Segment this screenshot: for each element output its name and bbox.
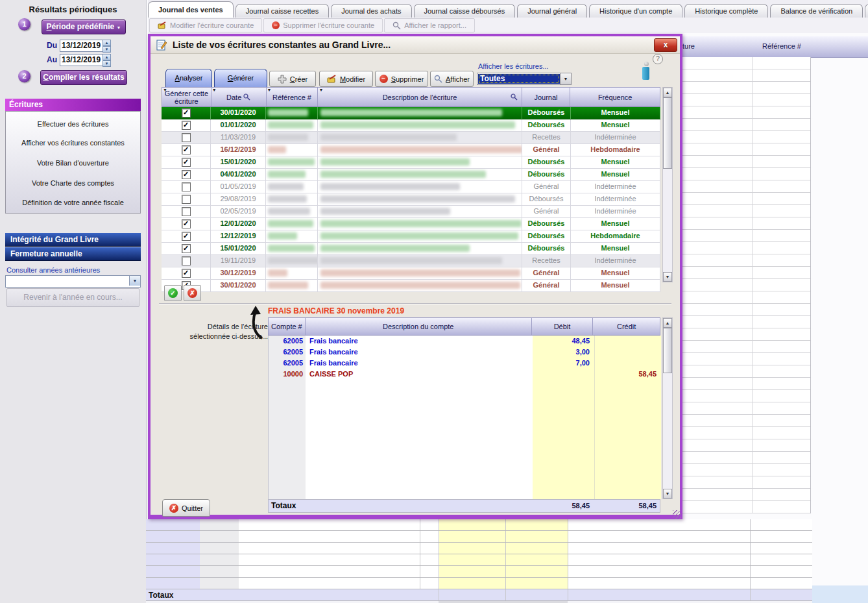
generate-checkbox[interactable]: ✓ — [182, 219, 191, 228]
help-icon[interactable]: ? — [653, 54, 663, 64]
date-from-stepper[interactable]: ▲▼ — [102, 40, 111, 52]
create-button[interactable]: Créer — [269, 71, 316, 87]
generate-checkbox[interactable]: ✓ — [182, 145, 191, 154]
column-frequency[interactable]: Fréquence — [570, 88, 660, 106]
integrite-grand-livre-bar[interactable]: Intégrité du Grand Livre — [5, 233, 141, 247]
scroll-up-icon[interactable]: ▲ — [663, 318, 672, 328]
table-row[interactable]: 11/03/2019RecettesIndéterminée — [162, 132, 660, 144]
column-debit[interactable]: Débit — [532, 318, 594, 335]
column-account[interactable]: Compte # — [269, 318, 306, 335]
predefined-period-button[interactable]: Période prédéfinie ▼ — [42, 19, 126, 34]
date-from-field[interactable]: 13/12/2019 — [60, 40, 105, 52]
detail-row[interactable]: 62005Frais bancaire3,00 — [269, 347, 661, 358]
return-current-year-button[interactable]: Revenir à l'année en cours... — [6, 288, 139, 307]
description-cell — [318, 119, 522, 131]
analyser-tab-button[interactable]: Analyser — [165, 69, 212, 88]
table-row[interactable]: ✓30/01/2020DéboursésMensuel — [162, 107, 660, 119]
generate-checkbox[interactable]: ✓ — [182, 269, 191, 278]
confirm-button[interactable]: ✓ — [164, 285, 182, 301]
generate-checkbox[interactable] — [182, 182, 191, 191]
generate-checkbox[interactable]: ✓ — [182, 108, 191, 117]
scrollbar-thumb[interactable] — [663, 97, 672, 169]
column-account-description[interactable]: Description du compte — [306, 318, 532, 335]
scroll-down-icon[interactable]: ▼ — [663, 489, 672, 498]
show-button[interactable]: Afficher — [430, 71, 474, 87]
table-row[interactable]: 01/05/2019GénéralIndéterminée — [162, 181, 660, 193]
delete-button[interactable]: − Supprimer — [375, 71, 428, 87]
up-arrow-icon[interactable]: ▲ — [102, 54, 111, 60]
table-row[interactable]: ✓16/12/2019GénéralHebdomadaire — [162, 144, 660, 156]
table-row[interactable]: ✓15/01/2020DéboursésMensuel — [162, 156, 660, 169]
sidebar-link-1[interactable]: Effectuer des écritures — [6, 120, 140, 128]
tab-6[interactable]: Historique d'un compte — [589, 4, 682, 18]
table-row[interactable]: ✓30/12/2019GénéralMensuel — [162, 267, 660, 280]
generate-checkbox[interactable]: ✓ — [182, 232, 191, 241]
filter-dropdown[interactable]: Toutes ▼ — [477, 73, 572, 85]
generate-checkbox[interactable]: ✓ — [182, 158, 191, 167]
close-icon[interactable]: x — [654, 38, 677, 52]
date-to-field[interactable]: 13/12/2019 — [60, 54, 105, 66]
generate-checkbox[interactable]: ✓ — [182, 244, 191, 253]
detail-row[interactable]: 10000CAISSE POP58,45 — [269, 369, 661, 380]
column-journal[interactable]: Journal — [522, 88, 571, 106]
table-row[interactable]: ✓15/01/2020DéboursésMensuel — [162, 243, 660, 255]
table-row[interactable]: ✓01/01/2020DéboursésMensuel — [162, 119, 660, 132]
tab-7[interactable]: Historique complète — [684, 4, 768, 18]
column-reference[interactable]: ▼Référence # — [267, 88, 319, 106]
dialog-titlebar[interactable]: Liste de vos écritures constantes au Gra… — [151, 36, 680, 54]
tab-5[interactable]: Journal général — [517, 4, 587, 18]
generate-checkbox[interactable]: ✓ — [182, 170, 191, 179]
sidebar-link-2[interactable]: Afficher vos écritures constantes — [6, 139, 140, 147]
table-row[interactable]: 02/05/2019GénéralIndéterminée — [162, 206, 660, 218]
delete-entry-button[interactable]: − Supprimer l'écriture courante — [263, 18, 383, 32]
chevron-down-icon[interactable]: ▼ — [129, 276, 140, 286]
tab-4[interactable]: Journal caisse déboursés — [414, 4, 516, 18]
resize-grip-icon[interactable] — [673, 510, 681, 519]
modify-entry-button[interactable]: Modifier l'écriture courante — [149, 18, 262, 32]
column-generate[interactable]: ▼Générer cette écriture — [162, 88, 211, 106]
table-row[interactable]: ✓12/01/2020DéboursésMensuel — [162, 218, 660, 230]
tab-1[interactable]: Journal des ventes — [148, 1, 234, 18]
previous-years-dropdown[interactable]: ▼ — [5, 275, 141, 288]
sidebar-link-5[interactable]: Définition de votre année fiscale — [6, 199, 140, 206]
column-description[interactable]: ▼Description de l'écriture — [318, 88, 522, 106]
down-arrow-icon[interactable]: ▼ — [102, 60, 111, 67]
up-arrow-icon[interactable]: ▲ — [102, 40, 111, 46]
table-row[interactable]: 19/11/2019RecettesIndéterminée — [162, 255, 660, 267]
generate-checkbox[interactable] — [182, 256, 191, 265]
grid-scrollbar[interactable]: ▲ ▼ — [662, 87, 673, 282]
sidebar-link-4[interactable]: Votre Charte des comptes — [6, 179, 140, 187]
scrollbar-thumb[interactable] — [663, 328, 672, 373]
table-row[interactable]: ✓30/01/2020GénéralMensuel — [162, 280, 660, 292]
tab-2[interactable]: Journal caisse recettes — [235, 4, 330, 18]
generate-checkbox[interactable] — [182, 195, 191, 204]
tab-9[interactable]: Etat des r — [865, 4, 868, 18]
column-credit[interactable]: Crédit — [593, 318, 660, 335]
table-row[interactable]: 29/08/2019DéboursésIndéterminée — [162, 193, 660, 206]
detail-row[interactable]: 62005Frais bancaire48,45 — [269, 336, 661, 347]
generate-checkbox[interactable] — [182, 207, 191, 216]
generate-checkbox[interactable] — [182, 133, 191, 142]
cancel-button[interactable]: ✗ — [184, 285, 201, 301]
sidebar-link-3[interactable]: Votre Bilan d'ouverture — [6, 159, 140, 167]
column-date[interactable]: ▼Date — [211, 88, 267, 106]
show-report-button[interactable]: Afficher le rapport... — [384, 18, 475, 32]
tab-8[interactable]: Balance de vérification — [770, 4, 863, 18]
down-arrow-icon[interactable]: ▼ — [102, 46, 111, 53]
table-row[interactable]: ✓12/12/2019DéboursésHebdomadaire — [162, 230, 660, 243]
redacted-description — [320, 109, 502, 116]
generate-checkbox[interactable]: ✓ — [182, 121, 191, 130]
detail-row[interactable]: 62005Frais bancaire7,00 — [269, 358, 661, 369]
quit-button[interactable]: ✗ Quitter — [162, 499, 210, 517]
detail-scrollbar[interactable]: ▲ ▼ — [662, 317, 673, 499]
compile-results-button[interactable]: Compiler les résultats — [40, 70, 127, 85]
modify-button[interactable]: Modifier — [319, 71, 373, 87]
tab-3[interactable]: Journal des achats — [331, 4, 411, 18]
date-to-stepper[interactable]: ▲▼ — [102, 54, 111, 66]
chevron-down-icon[interactable]: ▼ — [560, 73, 571, 84]
scroll-down-icon[interactable]: ▼ — [663, 272, 672, 282]
fermeture-annuelle-bar[interactable]: Fermeture annuelle — [5, 247, 141, 261]
scroll-up-icon[interactable]: ▲ — [663, 88, 672, 97]
generer-tab-button[interactable]: Générer — [214, 69, 267, 88]
table-row[interactable]: ✓04/01/2020DéboursésMensuel — [162, 169, 660, 181]
